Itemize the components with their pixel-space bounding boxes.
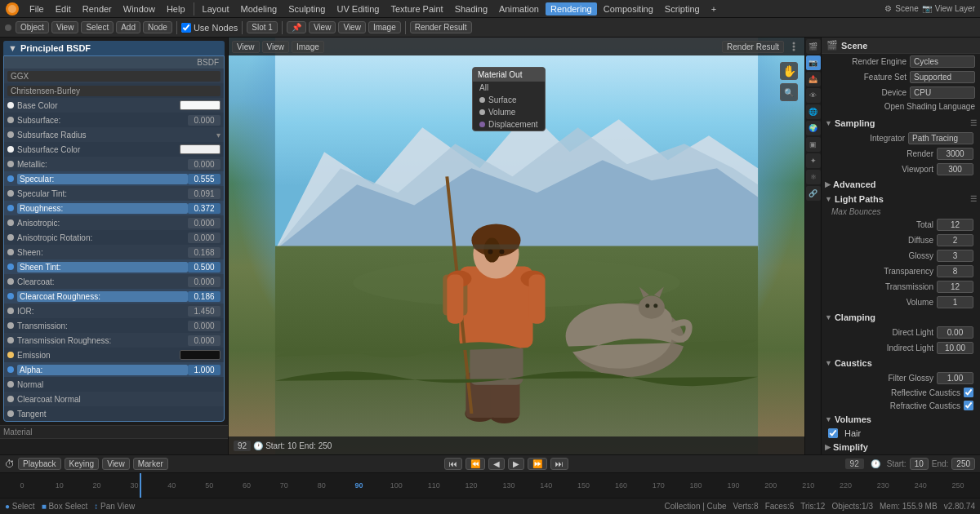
reflective-caustics-checkbox[interactable] <box>964 388 973 397</box>
timeline-area[interactable]: 0 10 20 30 40 50 60 70 80 90 100 110 120… <box>0 473 980 498</box>
sheen-tint-value[interactable]: 0.500 <box>188 262 220 273</box>
render-samples-value[interactable]: 3000 <box>937 148 973 160</box>
playback-menu[interactable]: Playback <box>18 458 61 470</box>
metallic-value[interactable]: 0.000 <box>188 159 220 170</box>
diffuse-value[interactable]: 2 <box>937 234 973 246</box>
feature-set-dropdown[interactable]: Supported <box>910 71 975 83</box>
transmission-value[interactable]: 0.000 <box>188 321 220 331</box>
add-btn[interactable]: Add <box>116 21 140 33</box>
anisotropic-value[interactable]: 0.000 <box>188 218 220 228</box>
device-dropdown[interactable]: CPU <box>910 86 975 99</box>
ggx-dropdown[interactable]: GGX <box>7 71 220 82</box>
direct-light-value[interactable]: 0.00 <box>937 326 973 339</box>
rpanel-scene-icon[interactable]: 🎬 <box>806 39 821 54</box>
christensen-dropdown[interactable]: Christensen-Burley <box>7 86 220 96</box>
light-paths-header[interactable]: ▼ Light Paths ☰ <box>822 192 980 206</box>
subsurface-color-swatch[interactable] <box>180 144 220 154</box>
pin-btn[interactable]: 📌 <box>287 21 306 33</box>
integrator-dropdown[interactable]: Path Tracing <box>908 132 973 144</box>
workspace-texture[interactable]: Texture Paint <box>385 2 448 16</box>
jump-end-btn[interactable]: ⏭ <box>550 458 568 470</box>
total-value[interactable]: 12 <box>937 219 973 231</box>
rpanel-constraints-icon[interactable]: 🔗 <box>806 186 821 201</box>
glossy-value[interactable]: 3 <box>937 250 973 262</box>
prev-frame-btn[interactable]: ⏪ <box>466 458 485 470</box>
base-color-swatch[interactable] <box>180 100 220 110</box>
anisotropic-rot-value[interactable]: 0.000 <box>188 233 220 243</box>
image-btn[interactable]: Image <box>368 21 401 33</box>
vp-render-result[interactable]: Render Result <box>722 41 784 53</box>
add-workspace-button[interactable]: + <box>706 2 721 16</box>
advanced-header[interactable]: ▶ Advanced <box>822 177 980 192</box>
sampling-header[interactable]: ▼ Sampling ☰ <box>822 116 980 131</box>
rpanel-physics-icon[interactable]: ⚛ <box>806 170 821 184</box>
simplify-header[interactable]: ▶ Simplify <box>822 440 980 454</box>
reverse-play-btn[interactable]: ◀ <box>488 458 505 470</box>
vp-view2-btn[interactable]: View <box>262 41 290 53</box>
volume-lp-value[interactable]: 1 <box>937 296 973 308</box>
keying-menu[interactable]: Keying <box>65 458 100 470</box>
render-engine-dropdown[interactable]: Cycles <box>910 55 975 68</box>
clearcoat-value[interactable]: 0.000 <box>188 277 220 287</box>
subsurface-value[interactable]: 0.000 <box>188 115 220 126</box>
end-frame[interactable]: 250 <box>951 458 975 470</box>
clamping-header[interactable]: ▼ Clamping <box>822 310 980 325</box>
rpanel-render-icon[interactable]: 📷 <box>806 55 821 70</box>
clearcoat-rough-value[interactable]: 0.186 <box>188 291 220 302</box>
rpanel-world-icon[interactable]: 🌍 <box>806 121 821 135</box>
workspace-rendering[interactable]: Rendering <box>546 2 597 16</box>
rpanel-scene2-icon[interactable]: 🌐 <box>806 104 821 119</box>
node-btn[interactable]: Node <box>143 21 172 33</box>
sheen-value[interactable]: 0.168 <box>188 247 220 258</box>
menu-help[interactable]: Help <box>162 2 190 16</box>
menu-edit[interactable]: Edit <box>51 2 76 16</box>
view2-btn[interactable]: View <box>309 21 336 33</box>
specular-tint-value[interactable]: 0.091 <box>188 188 220 199</box>
render-result-btn[interactable]: Render Result <box>410 21 472 33</box>
transmission-lp-value[interactable]: 12 <box>937 281 973 293</box>
menu-window[interactable]: Window <box>118 2 160 16</box>
workspace-sculpting[interactable]: Sculpting <box>283 2 330 16</box>
mode-selector[interactable]: Object <box>16 21 49 33</box>
menu-file[interactable]: File <box>24 2 49 16</box>
use-nodes-toggle[interactable]: Use Nodes <box>181 23 238 33</box>
caustics-header[interactable]: ▼ Caustics <box>822 356 980 370</box>
workspace-compositing[interactable]: Compositing <box>599 2 658 16</box>
transparency-value[interactable]: 8 <box>937 265 973 277</box>
indirect-light-value[interactable]: 10.00 <box>937 342 973 354</box>
slot-btn[interactable]: Slot 1 <box>247 21 278 33</box>
view-btn[interactable]: View <box>51 21 79 33</box>
ior-value[interactable]: 1.450 <box>188 306 220 317</box>
vp-view-btn[interactable]: View <box>232 41 260 53</box>
select-btn[interactable]: Select <box>81 21 114 33</box>
view-menu[interactable]: View <box>102 458 130 470</box>
vp-image-btn[interactable]: Image <box>292 41 324 53</box>
workspace-shading[interactable]: Shading <box>450 2 492 16</box>
gizmo-zoom[interactable]: 🔍 <box>780 83 798 101</box>
filter-glossy-value[interactable]: 1.00 <box>937 372 973 384</box>
view3-btn[interactable]: View <box>338 21 366 33</box>
gizmo-hand[interactable]: ✋ <box>780 62 798 80</box>
workspace-modeling[interactable]: Modeling <box>236 2 283 16</box>
rpanel-output-icon[interactable]: 📤 <box>806 72 821 86</box>
menu-render[interactable]: Render <box>78 2 117 16</box>
workspace-uv[interactable]: UV Editing <box>332 2 384 16</box>
play-btn[interactable]: ▶ <box>508 458 524 470</box>
rpanel-particles-icon[interactable]: ✦ <box>806 153 821 168</box>
next-frame-btn[interactable]: ⏩ <box>528 458 547 470</box>
volumes-header[interactable]: ▼ Volumes <box>822 412 980 427</box>
jump-start-btn[interactable]: ⏮ <box>444 458 462 470</box>
viewport-samples-value[interactable]: 300 <box>937 163 973 175</box>
workspace-animation[interactable]: Animation <box>494 2 544 16</box>
transmission-rough-value[interactable]: 0.000 <box>188 335 220 346</box>
refractive-caustics-checkbox[interactable] <box>964 401 973 410</box>
specular-value[interactable]: 0.555 <box>188 174 220 184</box>
emission-swatch[interactable] <box>180 350 220 360</box>
workspace-scripting[interactable]: Scripting <box>660 2 705 16</box>
rpanel-object-icon[interactable]: ▣ <box>806 137 821 152</box>
marker-menu[interactable]: Marker <box>133 458 168 470</box>
alpha-value[interactable]: 1.000 <box>188 365 220 375</box>
start-frame[interactable]: 10 <box>910 458 929 470</box>
use-nodes-checkbox[interactable] <box>181 23 191 33</box>
hair-checkbox[interactable] <box>828 428 838 438</box>
